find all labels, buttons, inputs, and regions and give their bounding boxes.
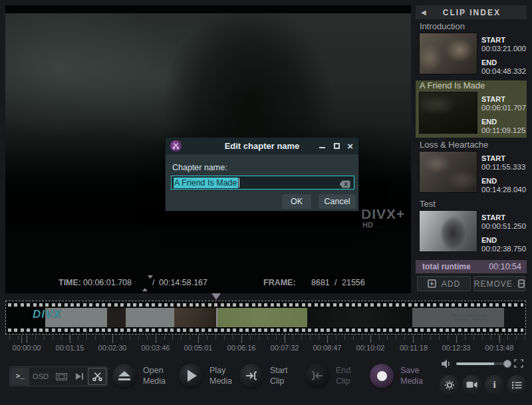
clip-times: START 00:00:51.250 END 00:02:38.750 (481, 213, 526, 253)
cancel-button[interactable]: Cancel (318, 194, 356, 209)
open-media-button[interactable] (112, 364, 136, 388)
end-clip-button[interactable] (305, 364, 329, 388)
chapter-name-input[interactable]: A Friend Is Made (171, 176, 354, 190)
end-label: END (481, 118, 526, 126)
time-spinner[interactable] (142, 279, 148, 288)
add-clip-button[interactable]: + ADD (417, 276, 471, 291)
info-button[interactable]: i (485, 375, 504, 394)
settings-button[interactable] (440, 375, 459, 394)
credits-text: Brecht Van Lommel Campbell Barton (442, 313, 499, 321)
spinner-up-icon[interactable] (142, 279, 148, 291)
film-blank-frame (126, 308, 174, 327)
start-clip-icon (245, 371, 257, 380)
film-segment-end (504, 308, 525, 327)
tick-label: 00:03:46 (142, 344, 170, 352)
clip-item-loss-and-heartache[interactable]: Loss & Heartache START 00:11:55.333 END … (416, 140, 527, 197)
clip-name: Loss & Heartache (420, 140, 488, 150)
save-media-label: Save Media (400, 365, 423, 386)
timeline-filmstrip[interactable]: Brecht Van Lommel Campbell Barton DIVX (5, 301, 526, 335)
ok-button[interactable]: OK (281, 194, 312, 209)
tick-label: 00:01:15 (56, 344, 84, 352)
tick-label: 00:13:48 (485, 344, 514, 352)
frame-label: FRAME: (263, 278, 296, 287)
watermark-divx-text: DIVX+ (361, 207, 405, 221)
clip-name: Introduction (420, 21, 465, 31)
plus-icon: + (428, 279, 436, 288)
speaker-icon[interactable] (441, 359, 452, 368)
film-segment-village (174, 308, 216, 327)
clip-name: Test (420, 199, 436, 209)
start-label: START (481, 154, 526, 162)
selected-clip-region (216, 308, 307, 327)
play-icon (188, 370, 197, 382)
input-selected-text: A Friend Is Made (174, 178, 238, 188)
clip-index-title: CLIP INDEX (426, 8, 517, 17)
end-clip-icon (311, 371, 323, 380)
clip-item-a-friend-is-made[interactable]: A Friend Is Made START 00:06:01.707 END … (416, 80, 527, 138)
cut-tool-button[interactable] (88, 368, 106, 385)
tick-label: 00:07:32 (271, 344, 299, 352)
play-media-button[interactable] (179, 364, 203, 388)
close-icon[interactable]: × (347, 140, 353, 152)
eject-icon (118, 371, 130, 376)
record-dot-icon (377, 371, 387, 381)
tick-label: 00:02:30 (98, 344, 127, 352)
frame-step-button[interactable] (71, 368, 87, 385)
film-sprockets-top (8, 303, 523, 307)
snapshot-button[interactable] (52, 368, 70, 385)
save-media-button[interactable] (370, 364, 394, 388)
tick-label: 00:00:00 (13, 344, 41, 352)
text-caret (239, 178, 239, 188)
remove-clip-button[interactable]: REMOVE − (473, 276, 525, 291)
total-time-value: 00:14:58.167 (159, 278, 207, 287)
film-segment-dark (107, 308, 126, 327)
total-frame-value: 21556 (342, 278, 365, 287)
watermark-hd-text: HD (362, 221, 405, 229)
volume-slider-thumb[interactable] (503, 360, 511, 368)
clip-item-introduction[interactable]: Introduction START 00:03:21.000 END 00:0… (416, 21, 527, 78)
tick-label: 00:08:47 (313, 344, 342, 352)
add-label: ADD (442, 279, 460, 289)
playhead-line[interactable] (216, 308, 217, 327)
save-media-control: Save Media (370, 364, 423, 388)
osd-toggle-button[interactable]: OSD (30, 368, 51, 385)
minimize-icon[interactable] (319, 147, 325, 148)
volume-slider-track[interactable] (456, 362, 509, 365)
major-ticks (5, 335, 526, 343)
clear-input-icon[interactable] (339, 179, 350, 191)
clip-index-panel: ◀ CLIP INDEX Introduction START 00:03:21… (416, 5, 527, 293)
tick-label: 00:12:33 (442, 344, 471, 352)
clip-item-test[interactable]: Test START 00:00:51.250 END 00:02:38.750 (416, 199, 527, 256)
start-clip-button[interactable] (239, 364, 263, 388)
time-separator: / (152, 278, 154, 287)
total-runtime-value: 00:10:54 (489, 262, 521, 271)
timeline-ruler[interactable]: 00:00:00 00:01:15 00:02:30 00:03:46 00:0… (5, 335, 526, 352)
chapter-list-button[interactable] (507, 375, 527, 394)
start-value: 00:11:55.333 (481, 163, 526, 171)
total-runtime-bar: total runtime 00:10:54 (416, 260, 527, 273)
filmstrip-thumbnails: Brecht Van Lommel Campbell Barton DIVX (6, 308, 525, 327)
playhead-marker[interactable] (211, 293, 221, 300)
dialog-titlebar[interactable]: Edit chapter name × (166, 138, 358, 154)
time-label: TIME: (59, 278, 81, 287)
dialog-title: Edit chapter name (166, 141, 358, 151)
collapse-panel-icon[interactable]: ◀ (421, 9, 426, 16)
end-clip-control: End Clip (305, 364, 350, 388)
start-value: 00:00:51.250 (481, 222, 526, 230)
video-settings-button[interactable] (462, 375, 481, 394)
info-icon: i (493, 379, 495, 390)
step-forward-icon (75, 372, 84, 380)
current-time-value[interactable]: 00:06:01.708 (83, 278, 132, 287)
edit-chapter-name-dialog: Edit chapter name × Chapter name: A Frie… (165, 137, 359, 211)
fullscreen-icon[interactable] (514, 359, 523, 368)
terminal-button[interactable]: >_ (11, 368, 29, 385)
end-value: 00:14:28.040 (481, 186, 526, 194)
gear-icon (444, 380, 455, 390)
tick-label: 00:06:16 (227, 344, 256, 352)
play-media-control: Play Media (179, 364, 232, 388)
remove-label: REMOVE (474, 279, 513, 289)
clip-times: START 00:03:21.000 END 00:04:48.332 (481, 36, 526, 75)
end-label: END (481, 177, 526, 185)
maximize-icon[interactable] (334, 143, 340, 149)
film-segment-dark2 (307, 308, 412, 327)
